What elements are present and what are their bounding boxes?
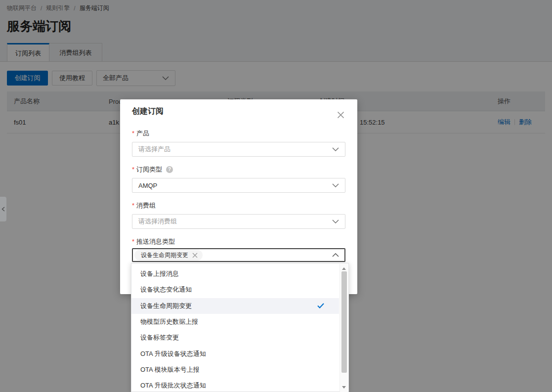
field-label-consumer-group: * 消费组	[132, 201, 345, 210]
push-message-type-select[interactable]: 设备生命周期变更	[132, 248, 345, 262]
scrollbar-down-arrow[interactable]	[342, 386, 346, 389]
field-label-text: 产品	[136, 129, 149, 138]
dropdown-option[interactable]: 设备上报消息	[131, 266, 339, 282]
help-icon[interactable]: ?	[166, 166, 173, 173]
page: 物联网平台 / 规则引擎 / 服务端订阅 服务端订阅 订阅列表 消费组列表 创建…	[0, 0, 552, 392]
subscription-type-select[interactable]: AMQP	[132, 178, 345, 193]
field-push-message-type: * 推送消息类型 设备生命周期变更	[132, 237, 345, 262]
consumer-group-placeholder: 请选择消费组	[138, 217, 332, 226]
dropdown-option-label: 设备状态变化通知	[140, 285, 324, 294]
dropdown-option-label: OTA 升级设备状态通知	[140, 349, 324, 358]
subscription-type-value: AMQP	[138, 182, 332, 189]
dropdown-scrollbar[interactable]	[340, 264, 348, 392]
dropdown-option-selected[interactable]: 设备生命周期变更	[131, 298, 339, 314]
field-label-text: 推送消息类型	[136, 237, 175, 246]
field-label-product: * 产品	[132, 129, 345, 138]
field-consumer-group: * 消费组 请选择消费组	[132, 201, 345, 229]
dropdown-option-label: 设备生命周期变更	[140, 302, 317, 310]
check-icon	[317, 303, 324, 308]
chevron-down-icon	[332, 219, 339, 223]
dropdown-option-label: OTA 升级批次状态通知	[140, 381, 324, 390]
scrollbar-up-arrow[interactable]	[342, 267, 346, 270]
dropdown-option-label: 物模型历史数据上报	[140, 317, 324, 326]
message-type-dropdown: 设备上报消息 设备状态变化通知 设备生命周期变更 物模型历史数据上报 设备标签变…	[131, 263, 349, 392]
field-label-text: 消费组	[136, 201, 156, 210]
selected-tag-label: 设备生命周期变更	[141, 251, 188, 260]
dropdown-option[interactable]: 设备状态变化通知	[131, 282, 339, 298]
field-label-text: 订阅类型	[136, 165, 162, 174]
dropdown-option[interactable]: 设备标签变更	[131, 330, 339, 346]
required-asterisk: *	[132, 165, 134, 174]
required-asterisk: *	[132, 201, 134, 210]
dropdown-option[interactable]: OTA 升级批次状态通知	[131, 378, 339, 392]
chevron-left-icon	[1, 207, 5, 212]
field-subscription-type: * 订阅类型 ? AMQP	[132, 165, 345, 193]
field-product: * 产品 请选择产品	[132, 129, 345, 157]
dropdown-option-label: OTA 模块版本号上报	[140, 365, 324, 374]
field-label-push-message-type: * 推送消息类型	[132, 237, 345, 246]
close-icon	[337, 111, 344, 119]
product-select-placeholder: 请选择产品	[138, 145, 332, 154]
chevron-up-icon	[332, 253, 339, 257]
dropdown-option[interactable]: OTA 模块版本号上报	[131, 362, 339, 378]
field-label-subscription-type: * 订阅类型 ?	[132, 165, 345, 174]
dropdown-option[interactable]: OTA 升级设备状态通知	[131, 346, 339, 361]
side-panel-toggle[interactable]	[0, 197, 6, 221]
required-asterisk: *	[132, 129, 134, 138]
tag-remove-icon[interactable]	[192, 253, 198, 258]
dropdown-option-label: 设备上报消息	[140, 269, 324, 278]
chevron-down-icon	[332, 183, 339, 187]
dialog-title: 创建订阅	[132, 106, 345, 117]
chevron-down-icon	[332, 147, 339, 151]
selected-tag: 设备生命周期变更	[134, 250, 203, 261]
product-select[interactable]: 请选择产品	[132, 142, 345, 157]
consumer-group-select[interactable]: 请选择消费组	[132, 214, 345, 229]
dialog-close-button[interactable]	[336, 110, 345, 119]
required-asterisk: *	[132, 237, 134, 246]
dropdown-option[interactable]: 物模型历史数据上报	[131, 314, 339, 330]
scrollbar-thumb[interactable]	[341, 271, 347, 373]
dropdown-option-label: 设备标签变更	[140, 333, 324, 342]
